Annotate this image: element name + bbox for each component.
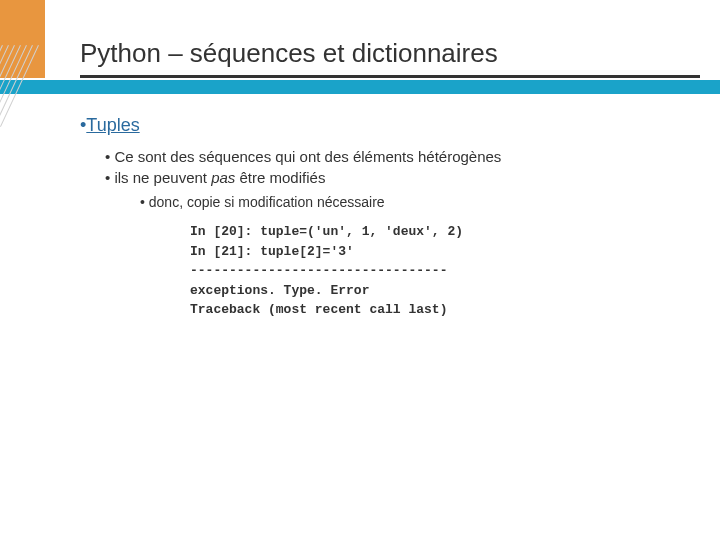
- sub-bullet-item: donc, copie si modification nécessaire: [140, 194, 690, 210]
- bullet-item: ils ne peuvent pas être modifiés: [105, 169, 690, 186]
- bullet-text: ils ne peuvent: [114, 169, 211, 186]
- title-area: Python – séquences et dictionnaires: [80, 38, 700, 78]
- teal-accent-bar: [0, 80, 720, 94]
- slide-content: Tuples Ce sont des séquences qui ont des…: [80, 115, 690, 320]
- code-line: ---------------------------------: [190, 263, 447, 278]
- code-line: Traceback (most recent call last): [190, 302, 447, 317]
- slide-title: Python – séquences et dictionnaires: [80, 38, 700, 75]
- section-heading: Tuples: [80, 115, 690, 136]
- diagonal-lines: [0, 45, 55, 125]
- bullet-item: Ce sont des séquences qui ont des élémen…: [105, 148, 690, 165]
- left-decoration: [0, 0, 60, 540]
- code-line: exceptions. Type. Error: [190, 283, 369, 298]
- title-underline: [80, 75, 700, 78]
- code-line: In [20]: tuple=('un', 1, 'deux', 2): [190, 224, 463, 239]
- code-block: In [20]: tuple=('un', 1, 'deux', 2) In […: [190, 222, 690, 320]
- emphasis-text: pas: [211, 169, 235, 186]
- bullet-text-tail: être modifiés: [235, 169, 325, 186]
- code-line: In [21]: tuple[2]='3': [190, 244, 354, 259]
